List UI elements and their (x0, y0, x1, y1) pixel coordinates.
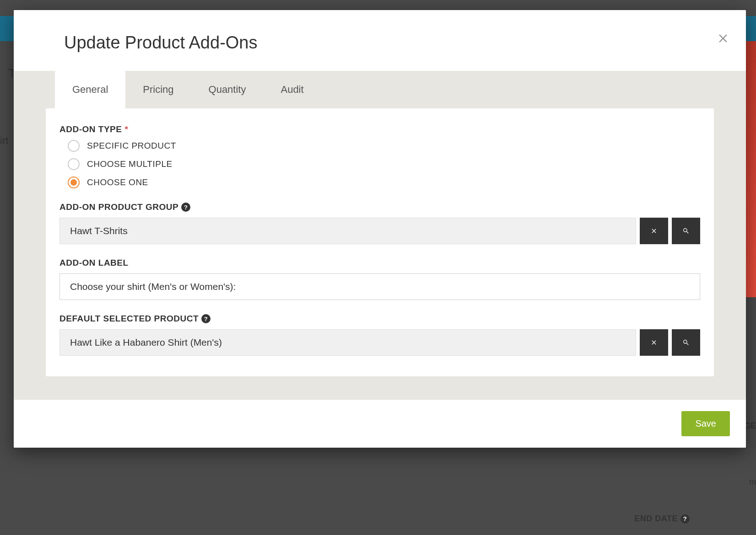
tabs-container: General Pricing Quantity Audit (14, 71, 746, 108)
addon-type-label: ADD-ON TYPE * (59, 124, 700, 134)
modal-header: Update Product Add-Ons (14, 10, 746, 71)
radio-circle (68, 158, 80, 170)
help-icon[interactable]: ? (181, 203, 190, 212)
update-product-addons-modal: Update Product Add-Ons General Pricing Q… (14, 10, 746, 448)
radio-label: SPECIFIC PRODUCT (87, 141, 176, 151)
background-text: irt (0, 135, 8, 147)
help-icon[interactable]: ? (201, 314, 211, 323)
save-button[interactable]: Save (681, 411, 730, 436)
tab-audit[interactable]: Audit (263, 71, 321, 108)
clear-default-selected-button[interactable] (640, 329, 668, 356)
radio-circle (68, 177, 80, 188)
search-default-selected-button[interactable] (672, 329, 700, 356)
product-group-input[interactable]: Hawt T-Shrits (59, 218, 636, 244)
addon-label-label: ADD-ON LABEL (59, 258, 700, 268)
product-group-label: ADD-ON PRODUCT GROUP ? (59, 202, 700, 212)
radio-label: CHOOSE ONE (87, 177, 148, 187)
tab-pricing[interactable]: Pricing (125, 71, 191, 108)
radio-specific-product[interactable]: SPECIFIC PRODUCT (68, 140, 700, 152)
help-icon: ? (680, 514, 690, 524)
radio-label: CHOOSE MULTIPLE (87, 159, 173, 169)
search-product-group-button[interactable] (672, 218, 700, 244)
modal-title: Update Product Add-Ons (64, 33, 696, 53)
radio-dot-icon (70, 179, 77, 186)
default-selected-label: DEFAULT SELECTED PRODUCT ? (59, 314, 700, 324)
default-selected-field: DEFAULT SELECTED PRODUCT ? Hawt Like a H… (59, 314, 700, 356)
modal-footer: Save (14, 399, 746, 448)
addon-label-field: ADD-ON LABEL (59, 258, 700, 300)
tabs: General Pricing Quantity Audit (55, 71, 705, 108)
tab-general[interactable]: General (55, 71, 125, 108)
content-area: ADD-ON TYPE * SPECIFIC PRODUCT CHOOSE MU… (14, 108, 746, 399)
radio-circle (68, 140, 80, 152)
default-selected-input[interactable]: Hawt Like a Habanero Shirt (Men's) (59, 329, 636, 356)
background-right-image (746, 41, 756, 297)
radio-choose-one[interactable]: CHOOSE ONE (68, 177, 700, 188)
background-text: m (749, 477, 756, 487)
addon-label-input[interactable] (59, 273, 700, 300)
general-panel: ADD-ON TYPE * SPECIFIC PRODUCT CHOOSE MU… (46, 108, 714, 376)
product-group-input-row: Hawt T-Shrits (59, 218, 700, 244)
required-indicator: * (124, 124, 128, 134)
clear-product-group-button[interactable] (640, 218, 668, 244)
radio-choose-multiple[interactable]: CHOOSE MULTIPLE (68, 158, 700, 170)
product-group-field: ADD-ON PRODUCT GROUP ? Hawt T-Shrits (59, 202, 700, 244)
default-selected-input-row: Hawt Like a Habanero Shirt (Men's) (59, 329, 700, 356)
addon-type-field: ADD-ON TYPE * SPECIFIC PRODUCT CHOOSE MU… (59, 124, 700, 188)
background-end-date-label: END DATE ? (634, 514, 690, 524)
close-button[interactable] (716, 31, 730, 48)
addon-type-radio-group: SPECIFIC PRODUCT CHOOSE MULTIPLE CHOOSE … (68, 140, 700, 188)
tab-quantity[interactable]: Quantity (191, 71, 264, 108)
